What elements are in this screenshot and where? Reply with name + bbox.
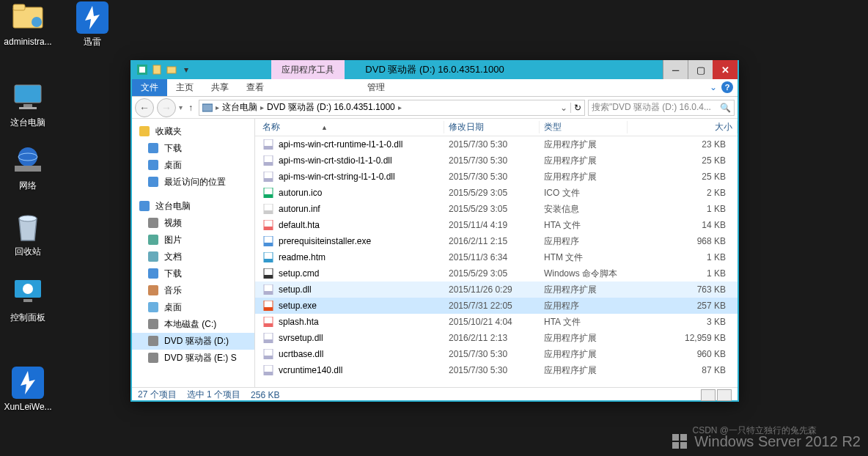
nav-item[interactable]: 这台电脑 [132,198,254,215]
refresh-icon[interactable]: ↻ [570,103,581,113]
view-details-button[interactable] [701,389,716,401]
nav-item[interactable]: 图片 [132,232,254,249]
nav-item[interactable]: 最近访问的位置 [132,174,254,191]
column-size[interactable]: 大小 [628,121,738,133]
file-size: 87 KB [628,365,738,375]
file-icon [262,316,274,328]
windows-logo-icon [672,434,688,450]
desktop-icon[interactable]: 这台电脑 [0,82,56,128]
view-large-button[interactable] [717,389,732,401]
svg-rect-5 [23,104,32,107]
tab-view[interactable]: 查看 [238,79,273,96]
nav-item[interactable]: 下载 [132,140,254,157]
nav-item[interactable]: 视频 [132,215,254,232]
tab-file[interactable]: 文件 [132,79,167,96]
nav-item[interactable]: 下载 [132,265,254,282]
file-row[interactable]: api-ms-win-crt-stdio-l1-1-0.dll2015/7/30… [255,152,738,169]
tab-manage[interactable]: 管理 [358,79,394,96]
nav-pane[interactable]: 收藏夹下载桌面最近访问的位置这台电脑视频图片文档下载音乐桌面本地磁盘 (C:)D… [132,119,255,387]
file-row[interactable]: setup.exe2015/7/31 22:05应用程序257 KB [255,298,738,314]
maximize-button[interactable]: ▢ [688,60,713,79]
column-headers: 名称▲ 修改日期 类型 大小 [255,119,738,136]
search-input[interactable]: 搜索"DVD 驱动器 (D:) 16.0.4... 🔍 [588,100,735,116]
file-row[interactable]: vcruntime140.dll2015/7/30 5:30应用程序扩展87 K… [255,362,738,378]
column-type[interactable]: 类型 [540,121,628,133]
file-row[interactable]: setup.dll2015/11/26 0:29应用程序扩展763 KB [255,282,738,298]
search-placeholder: 搜索"DVD 驱动器 (D:) 16.0.4... [592,101,720,114]
titlebar[interactable]: ▾ 应用程序工具 DVD 驱动器 (D:) 16.0.4351.1000 ─ ▢… [132,60,738,79]
nav-item-label: 桌面 [164,159,182,172]
file-list: 名称▲ 修改日期 类型 大小 api-ms-win-crt-runtime-l1… [255,119,738,387]
nav-forward-button[interactable]: → [157,98,176,117]
dvd-icon [148,336,160,347]
desktop-icon-label: XunLeiWe... [0,402,56,412]
svg-rect-43 [264,210,273,214]
breadcrumb-this-pc[interactable]: 这台电脑 [222,101,257,114]
nav-item[interactable]: DVD 驱动器 (D:) [132,333,254,350]
folder-icon [10,1,45,34]
svg-rect-1 [13,4,25,10]
nav-item[interactable]: 文档 [132,249,254,265]
nav-item-label: 最近访问的位置 [164,176,226,188]
file-icon [262,284,274,295]
column-name[interactable]: 名称▲ [258,121,444,133]
minimize-button[interactable]: ─ [663,60,688,79]
file-size: 763 KB [628,284,738,295]
file-row[interactable]: autorun.inf2015/5/29 3:05安装信息1 KB [255,201,738,217]
desktop-icon[interactable]: 迅雷 [65,1,120,47]
svg-rect-55 [264,307,273,311]
breadcrumb-sep[interactable]: ▸ [260,103,264,111]
nav-item[interactable]: 桌面 [132,299,254,316]
file-row[interactable]: splash.hta2015/10/21 4:04HTA 文件3 KB [255,314,738,330]
file-row[interactable]: default.hta2015/11/4 4:19HTA 文件14 KB [255,217,738,233]
music-icon [148,285,160,297]
nav-up-button[interactable]: ↑ [185,103,196,113]
close-button[interactable]: ✕ [713,60,738,79]
file-row[interactable]: api-ms-win-crt-runtime-l1-1-0.dll2015/7/… [255,136,738,152]
recent-locations-icon[interactable]: ▾ [179,103,183,111]
search-icon[interactable]: 🔍 [720,103,731,113]
file-name: readme.htm [279,252,326,262]
file-date: 2015/11/3 6:34 [444,252,540,262]
file-row[interactable]: setup.cmd2015/5/29 3:05Windows 命令脚本1 KB [255,265,738,282]
nav-item[interactable]: 收藏夹 [132,123,254,140]
file-row[interactable]: ucrtbase.dll2015/7/30 5:30应用程序扩展960 KB [255,346,738,362]
desktop-icon[interactable]: administra... [0,1,56,47]
help-icon[interactable]: ? [721,81,733,93]
nav-item[interactable]: DVD 驱动器 (E:) S [132,350,254,367]
svg-rect-18 [167,67,176,73]
tab-share[interactable]: 共享 [202,79,238,96]
qat-dropdown-icon[interactable]: ▾ [180,64,192,76]
ribbon-chevron-icon[interactable]: ⌄ [710,82,717,92]
file-row[interactable]: api-ms-win-crt-string-l1-1-0.dll2015/7/3… [255,169,738,185]
breadcrumb-sep[interactable]: ▸ [398,103,402,111]
breadcrumb-sep[interactable]: ▸ [216,103,219,111]
address-bar[interactable]: ▸ 这台电脑 ▸ DVD 驱动器 (D:) 16.0.4351.1000 ▸ ⌄… [199,100,585,116]
file-type: 应用程序 [540,300,628,312]
file-row[interactable]: autorun.ico2015/5/29 3:05ICO 文件2 KB [255,185,738,201]
explorer-window: ▾ 应用程序工具 DVD 驱动器 (D:) 16.0.4351.1000 ─ ▢… [130,60,739,402]
address-dropdown-icon[interactable]: ⌄ [560,103,567,113]
column-date[interactable]: 修改日期 [444,121,540,133]
file-date: 2016/2/11 2:13 [444,333,540,343]
qat-properties-icon[interactable] [151,64,163,76]
file-row[interactable]: svrsetup.dll2016/2/11 2:13应用程序扩展12,959 K… [255,330,738,346]
svg-rect-9 [15,166,41,172]
desktop-icon[interactable]: 回收站 [0,211,56,257]
status-size: 256 KB [251,390,279,400]
window-icon[interactable] [136,64,148,76]
qat-newfolder-icon[interactable] [166,64,177,76]
nav-item[interactable]: 音乐 [132,282,254,299]
ribbon-context-tab[interactable]: 应用程序工具 [271,60,345,79]
nav-back-button[interactable]: ← [135,98,154,117]
desktop-icon[interactable]: 网络 [0,145,56,191]
desktop-icon[interactable]: XunLeiWe... [0,367,56,412]
file-row[interactable]: readme.htm2015/11/3 6:34HTM 文件1 KB [255,249,738,265]
status-selection: 选中 1 个项目 [187,389,240,401]
breadcrumb-drive[interactable]: DVD 驱动器 (D:) 16.0.4351.1000 [267,101,395,114]
tab-home[interactable]: 主页 [167,79,202,96]
desktop-icon[interactable]: 控制面板 [0,277,56,323]
nav-item[interactable]: 桌面 [132,157,254,174]
nav-item[interactable]: 本地磁盘 (C:) [132,316,254,333]
file-row[interactable]: prerequisiteinstaller.exe2016/2/11 2:15应… [255,233,738,249]
